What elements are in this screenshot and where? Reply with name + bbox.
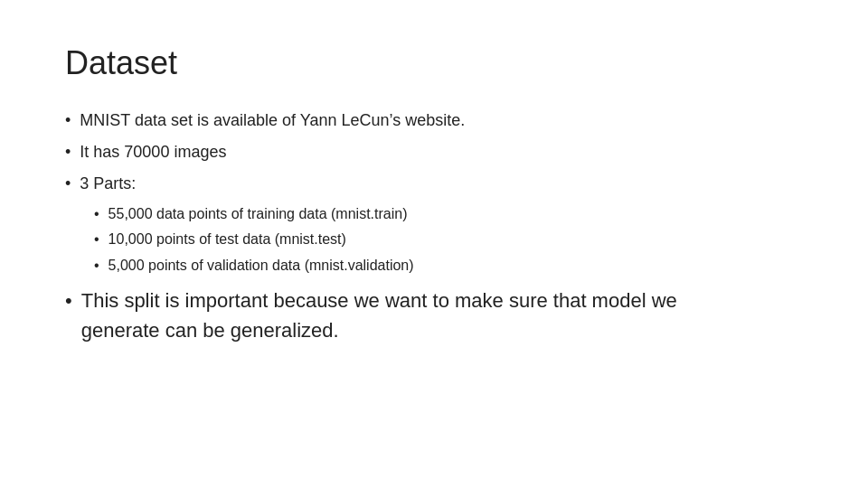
list-item: • 55,000 data points of training data (m… [65,202,803,226]
list-item: • 5,000 points of validation data (mnist… [65,254,803,277]
bullet-text: 10,000 points of test data (mnist.test) [108,228,346,251]
bullet-marker: • [94,228,99,251]
slide: Dataset • MNIST data set is available of… [0,0,868,488]
slide-title: Dataset [65,43,803,82]
bullet-text: 55,000 data points of training data (mni… [108,202,408,226]
highlight-bullet: • This split is important because we wan… [65,286,803,345]
bullet-text: 3 Parts: [80,171,136,197]
bullet-text: MNIST data set is available of Yann LeCu… [80,108,465,134]
slide-content: • MNIST data set is available of Yann Le… [65,108,803,345]
bullet-marker: • [94,202,99,226]
bullet-marker: • [65,108,71,134]
highlight-text: This split is important because we want … [81,286,677,345]
list-item: • 3 Parts: [65,171,803,197]
highlight-line1: This split is important because we want … [81,289,677,312]
list-item: • It has 70000 images [65,139,803,165]
bullet-text: 5,000 points of validation data (mnist.v… [108,254,414,277]
list-item: • MNIST data set is available of Yann Le… [65,108,803,134]
list-item: • 10,000 points of test data (mnist.test… [65,228,803,251]
bullet-marker: • [94,254,99,277]
bullet-marker: • [65,171,71,197]
bullet-text: It has 70000 images [80,139,226,165]
sub-bullets-container: • 55,000 data points of training data (m… [65,202,803,277]
bullet-marker: • [65,286,72,315]
highlight-line2: generate can be generalized. [81,319,339,342]
bullet-marker: • [65,139,71,165]
